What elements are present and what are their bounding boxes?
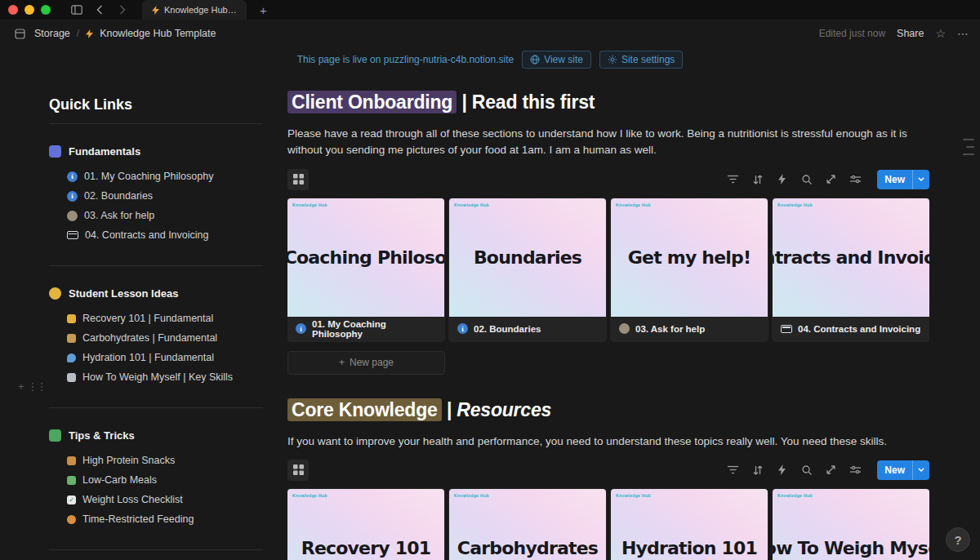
sort-icon[interactable] (751, 173, 764, 185)
section-title: Fundamentals (69, 145, 140, 158)
chevron-down-icon[interactable] (913, 460, 929, 480)
help-icon: ? (954, 533, 961, 547)
salad-icon (67, 476, 76, 485)
card-caption: 03. Ask for help (611, 317, 768, 341)
page-body: Client Onboarding | Read this first Plea… (287, 90, 929, 560)
new-button[interactable]: New (877, 460, 929, 480)
block-handle[interactable]: + ⋮⋮ (18, 380, 46, 393)
browser-tab[interactable]: Knowledge Hub Tem... (142, 0, 247, 20)
page-link[interactable]: 04. Contracts and Invoicing (67, 229, 263, 241)
settings-sliders-icon[interactable] (849, 464, 862, 476)
page-link[interactable]: 02. Boundaries (67, 190, 263, 202)
nav-forward-icon[interactable] (114, 2, 131, 18)
breadcrumb-page-title[interactable]: Knowledge Hub Template (100, 28, 216, 39)
section-toggle[interactable]: Student Lesson Ideas (49, 287, 263, 300)
heading-rest: Read this first (472, 91, 595, 113)
page-link-label: Hydration 101 | Fundamental (82, 352, 214, 363)
new-page-button[interactable]: + New page (287, 351, 445, 375)
gallery-card[interactable]: Knowledge Hub Contracts and Invoicing 04… (773, 198, 929, 341)
plus-icon: + (339, 357, 345, 368)
page-link[interactable]: Low-Carb Meals (67, 474, 263, 486)
new-button-label: New (877, 170, 912, 189)
zap-icon[interactable] (776, 173, 788, 185)
view-site-button[interactable]: View site (522, 51, 591, 69)
gallery-card[interactable]: Knowledge Hub My Coaching Philosophy 01.… (287, 198, 444, 341)
search-icon[interactable] (800, 173, 813, 185)
page-link-label: Low-Carb Meals (82, 474, 157, 486)
card-cover: Knowledge Hub Hydration 101 (611, 489, 768, 560)
search-icon[interactable] (800, 464, 813, 476)
page-link[interactable]: Hydration 101 | Fundamental (67, 352, 263, 363)
favorite-star-icon[interactable]: ☆ (935, 28, 946, 39)
section-title: Student Lesson Ideas (69, 287, 178, 300)
quick-links-section-performance: Performance Nutrition (49, 549, 263, 560)
info-icon (296, 323, 306, 334)
gallery-cards: Knowledge Hub Recovery 101 Knowledge Hub… (287, 489, 929, 560)
page-link[interactable]: Recovery 101 | Fundamental (67, 313, 263, 324)
gallery-view-button[interactable] (287, 169, 309, 190)
close-window-button[interactable] (8, 5, 18, 15)
page-link-label: How To Weigh Myself | Key Skills (82, 371, 233, 383)
add-block-icon[interactable]: + (18, 380, 24, 393)
page-link[interactable]: How To Weigh Myself | Key Skills (67, 371, 263, 383)
gallery-card[interactable]: Knowledge Hub Boundaries 02. Boundaries (449, 198, 606, 341)
minimize-window-button[interactable] (24, 5, 34, 15)
more-options-icon[interactable]: ⋯ (957, 28, 969, 39)
core-knowledge-section: Core Knowledge | Resources If you want t… (287, 398, 929, 560)
gallery-card[interactable]: Knowledge Hub How To Weigh Myself (773, 489, 929, 560)
page-link[interactable]: 03. Ask for help (67, 210, 263, 221)
card-cover: Knowledge Hub Boundaries (449, 198, 606, 317)
window-titlebar: Knowledge Hub Tem... + (0, 0, 980, 20)
settings-sliders-icon[interactable] (849, 173, 862, 185)
page-link-label: 03. Ask for help (84, 210, 154, 221)
banner-message[interactable]: This page is live on puzzling-nutria-c4b… (297, 54, 514, 65)
filter-icon[interactable] (727, 173, 739, 185)
page-link[interactable]: Weight Loss Checklist (67, 494, 263, 505)
hand-icon (619, 323, 630, 334)
nav-back-icon[interactable] (91, 2, 108, 18)
page-link[interactable]: Carbohydrates | Fundamental (67, 332, 263, 344)
sidebar-toggle-icon[interactable] (69, 2, 85, 18)
workspace-icon (11, 25, 28, 42)
breadcrumb-separator: / (77, 28, 79, 39)
page-link[interactable]: High Protein Snacks (67, 455, 263, 466)
card-caption: 02. Boundaries (449, 317, 606, 341)
new-tab-button[interactable]: + (260, 3, 267, 17)
card-cover: Knowledge Hub My Coaching Philosophy (287, 198, 444, 317)
expand-icon[interactable] (825, 173, 837, 185)
section-toggle[interactable]: Tips & Tricks (49, 429, 263, 442)
card-caption-label: 01. My Coaching Philosophy (312, 319, 436, 339)
breadcrumb-workspace[interactable]: Storage (34, 28, 70, 39)
help-button[interactable]: ? (946, 527, 970, 552)
gallery-view-button[interactable] (287, 460, 309, 481)
site-settings-button[interactable]: Site settings (599, 51, 683, 69)
gallery-card[interactable]: Knowledge Hub Get my help! 03. Ask for h… (611, 198, 768, 341)
quick-links-section-lessons: Student Lesson Ideas Recovery 101 | Fund… (49, 265, 263, 407)
card-caption: 01. My Coaching Philosophy (287, 317, 444, 341)
expand-icon[interactable] (825, 464, 837, 476)
cover-title: Contracts and Invoicing (773, 247, 929, 268)
quick-links-column: Quick Links Fundamentals 01. My Coaching… (49, 96, 263, 560)
drag-handle-icon[interactable]: ⋮⋮ (28, 380, 46, 393)
cover-title: Recovery 101 (301, 538, 430, 558)
gallery-card[interactable]: Knowledge Hub Recovery 101 (287, 489, 444, 560)
new-button[interactable]: New (877, 170, 929, 189)
chevron-down-icon[interactable] (913, 170, 929, 189)
page-link-label: 02. Boundaries (84, 190, 153, 202)
gallery-cards: Knowledge Hub My Coaching Philosophy 01.… (287, 198, 929, 341)
page-link[interactable]: 01. My Coaching Philosophy (67, 171, 263, 182)
zoom-window-button[interactable] (41, 5, 51, 15)
zap-icon[interactable] (776, 464, 788, 476)
section-toggle[interactable]: Fundamentals (49, 145, 263, 158)
gallery-card[interactable]: Knowledge Hub Carbohydrates (449, 489, 606, 560)
page-link-label: Carbohydrates | Fundamental (82, 332, 217, 344)
share-button[interactable]: Share (897, 28, 924, 39)
gallery-card[interactable]: Knowledge Hub Hydration 101 (611, 489, 768, 560)
table-of-contents-indicator[interactable] (963, 139, 974, 155)
filter-icon[interactable] (727, 464, 739, 476)
cover-brand: Knowledge Hub (777, 493, 813, 498)
cover-title: Carbohydrates (457, 538, 598, 558)
sort-icon[interactable] (751, 464, 764, 476)
page-link[interactable]: Time-Restricted Feeding (67, 513, 263, 525)
new-page-label: New page (350, 357, 394, 368)
